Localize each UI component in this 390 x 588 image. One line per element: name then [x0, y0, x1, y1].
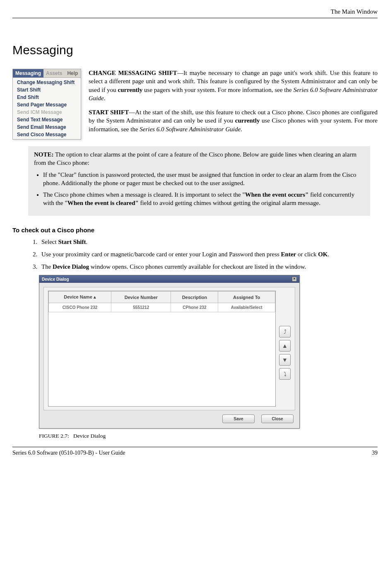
arrow-buttons-column: ⤴ ▲ ▼ ⤵ — [279, 291, 291, 407]
device-table: Device Name ▴ Device Number Description … — [48, 291, 275, 312]
menu-item-send-cisco[interactable]: Send Cisco Message — [13, 131, 81, 138]
move-down-button[interactable]: ▼ — [279, 354, 291, 366]
header-rule — [12, 18, 378, 18]
dialog-footer: Save Close — [39, 414, 299, 428]
tab-help[interactable]: Help — [65, 69, 80, 77]
col-description[interactable]: Description — [171, 292, 218, 303]
col-device-name[interactable]: Device Name ▴ — [49, 292, 111, 303]
move-up-button[interactable]: ▲ — [279, 340, 291, 352]
page-footer: Series 6.0 Software (0510-1079-B) - User… — [12, 450, 378, 456]
intro-text: CHANGE MESSAGING SHIFT—It maybe necessar… — [89, 69, 378, 140]
dialog-title: Device Dialog — [42, 277, 69, 282]
note-box: NOTE: The option to clear alarms at the … — [28, 146, 370, 216]
footer-page-number: 39 — [372, 450, 378, 456]
cell-description: CPhone 232 — [171, 303, 218, 312]
step-3: The Device Dialog window opens. Cisco ph… — [39, 263, 378, 271]
note-bullet-2: The Cisco phone chimes when a message is… — [43, 190, 364, 207]
steps-list: Select Start Shift. Use your proximity c… — [30, 238, 378, 271]
tab-assets: Assets — [43, 69, 65, 77]
page-title: Messaging — [12, 43, 378, 57]
device-dialog-screenshot: Device Dialog × Device Name ▴ Device Num… — [39, 275, 378, 429]
close-icon[interactable]: × — [292, 277, 297, 282]
note-bullet-1: If the "Clear" function is password prot… — [43, 171, 364, 188]
running-header: The Main Window — [12, 8, 378, 15]
step-1: Select Start Shift. — [39, 238, 378, 246]
footer-left: Series 6.0 Software (0510-1079-B) - User… — [12, 450, 125, 456]
move-bottom-button[interactable]: ⤵ — [279, 368, 291, 380]
menu-item-change-shift[interactable]: Change Messaging Shift — [13, 79, 81, 86]
menu-item-send-icm: Send ICM Message — [13, 108, 81, 116]
note-bullets: If the "Clear" function is password prot… — [34, 171, 364, 207]
footer-rule — [12, 447, 378, 447]
menu-item-start-shift[interactable]: Start Shift — [13, 86, 81, 94]
menu-item-send-text[interactable]: Send Text Message — [13, 116, 81, 123]
tab-messaging[interactable]: Messaging — [13, 69, 43, 77]
col-assigned-to[interactable]: Assigned To — [218, 292, 275, 303]
menu-item-send-pager[interactable]: Send Pager Message — [13, 101, 81, 108]
figure-caption: FIGURE 2.7: Device Dialog — [39, 433, 378, 439]
menu-body: Change Messaging Shift Start Shift End S… — [13, 78, 81, 139]
step-2: Use your proximity card or magnetic/barc… — [39, 250, 378, 258]
move-top-button[interactable]: ⤴ — [279, 326, 291, 337]
save-button[interactable]: Save — [222, 414, 255, 423]
cell-device-name: CISCO Phone 232 — [49, 303, 111, 312]
dialog-inner: Device Name ▴ Device Number Description … — [43, 287, 295, 410]
device-dialog-window: Device Dialog × Device Name ▴ Device Num… — [39, 275, 300, 429]
menu-tabs: Messaging Assets Help — [13, 69, 81, 78]
col-device-number[interactable]: Device Number — [111, 292, 171, 303]
device-table-wrap: Device Name ▴ Device Number Description … — [48, 291, 276, 407]
intro-row: Messaging Assets Help Change Messaging S… — [12, 69, 378, 140]
note-intro: NOTE: The option to clear alarms at the … — [34, 150, 364, 167]
cell-assigned-to: Available/Select — [218, 303, 275, 312]
menu-item-end-shift[interactable]: End Shift — [13, 94, 81, 101]
dialog-titlebar: Device Dialog × — [39, 275, 299, 283]
paragraph-change-shift: CHANGE MESSAGING SHIFT—It maybe necessar… — [89, 69, 378, 102]
table-row[interactable]: CISCO Phone 232 5551212 CPhone 232 Avail… — [49, 303, 275, 312]
cell-device-number: 5551212 — [111, 303, 171, 312]
messaging-menu-screenshot: Messaging Assets Help Change Messaging S… — [12, 69, 81, 140]
menu-item-send-email[interactable]: Send Email Message — [13, 123, 81, 131]
subhead-checkout: To check out a Cisco phone — [12, 227, 378, 234]
paragraph-start-shift: START SHIFT—At the start of the shift, u… — [89, 108, 378, 133]
close-button[interactable]: Close — [261, 414, 294, 423]
table-header-row: Device Name ▴ Device Number Description … — [49, 292, 275, 303]
